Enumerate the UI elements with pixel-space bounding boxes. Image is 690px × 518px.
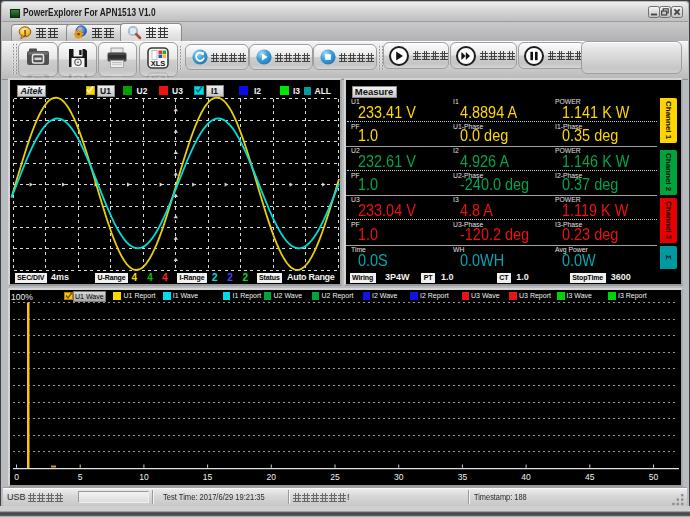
- svg-text:10: 10: [139, 472, 149, 482]
- svg-text:50: 50: [649, 472, 659, 482]
- svg-text:5: 5: [78, 472, 83, 482]
- svg-text:!: !: [24, 27, 27, 37]
- svg-text:0: 0: [14, 472, 19, 482]
- svg-text:XLS: XLS: [151, 59, 166, 68]
- svg-text:45: 45: [585, 472, 595, 482]
- svg-text:25: 25: [330, 472, 340, 482]
- svg-text:15: 15: [203, 472, 213, 482]
- svg-text:40: 40: [521, 472, 531, 482]
- svg-text:20: 20: [267, 472, 277, 482]
- svg-text:30: 30: [394, 472, 404, 482]
- svg-text:35: 35: [458, 472, 468, 482]
